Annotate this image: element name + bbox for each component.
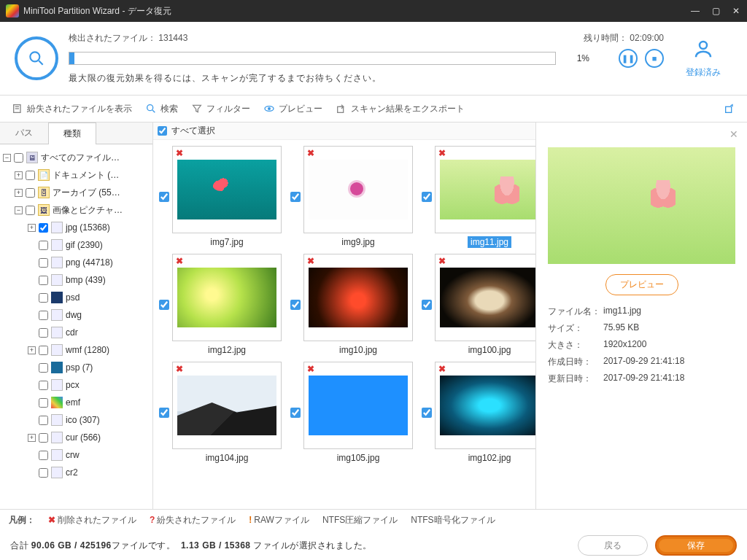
thumb-checkbox[interactable] [290, 300, 301, 310]
thumbnail-caption: img10.jpg [336, 344, 380, 356]
thumbnail[interactable]: ✖ [435, 362, 535, 449]
expander-icon[interactable]: − [3, 154, 11, 162]
thumbnail[interactable]: ✖ [435, 254, 535, 341]
filter-button[interactable]: フィルター [191, 103, 250, 115]
tree-checkbox[interactable] [39, 381, 48, 390]
thumbnail-caption: img104.jpg [203, 452, 252, 464]
thumb-checkbox[interactable] [290, 408, 301, 418]
thumbnail[interactable]: ✖ [303, 146, 413, 233]
thumbnail[interactable]: ✖ [303, 254, 413, 341]
tree-checkbox[interactable] [14, 153, 23, 163]
expander-icon[interactable]: + [15, 171, 23, 179]
footer-summary: 合計 90.06 GB / 425196ファイルです。 1.13 GB / 15… [10, 540, 570, 552]
tree-checkbox[interactable] [39, 363, 48, 373]
tree-checkbox[interactable] [39, 346, 48, 355]
thumb-checkbox[interactable] [422, 300, 432, 310]
thumbnail-cell[interactable]: ✖img100.jpg [422, 254, 535, 356]
thumbnail[interactable]: ✖ [303, 362, 413, 449]
tree-checkbox[interactable] [39, 311, 48, 320]
account-badge[interactable]: 登録済み [674, 38, 732, 79]
back-button[interactable]: 戻る [578, 535, 648, 556]
tree-label: 画像とピクチャ… [53, 204, 123, 217]
filetype-icon [51, 327, 63, 338]
tree-checkbox[interactable] [39, 451, 48, 460]
tree-checkbox[interactable] [39, 223, 48, 233]
thumb-checkbox[interactable] [422, 408, 432, 418]
tree-checkbox[interactable] [26, 206, 35, 215]
thumb-checkbox[interactable] [290, 192, 301, 202]
thumbnail-image [177, 268, 276, 327]
export-button[interactable]: スキャン結果をエクスポート [336, 103, 465, 115]
preview-button[interactable]: プレビュー [263, 103, 322, 115]
save-button[interactable]: 保存 [655, 535, 737, 556]
deleted-icon: ✖ [176, 256, 183, 266]
expander-icon[interactable]: + [15, 189, 23, 197]
thumbnail[interactable]: ✖ [172, 362, 282, 449]
thumb-checkbox[interactable] [159, 192, 169, 202]
tree-checkbox[interactable] [26, 171, 35, 180]
deleted-icon: ✖ [176, 148, 183, 158]
tree-checkbox[interactable] [39, 468, 48, 478]
status-strip: 検出されたファイル： 131443 残り時間： 02:09:00 1% ❚❚ ■… [0, 22, 747, 95]
tree-checkbox[interactable] [39, 416, 48, 425]
thumbnail-cell[interactable]: ✖img9.jpg [290, 146, 413, 248]
file-tree[interactable]: − 🖥 すべてのファイル… + 📄 ドキュメント (… + 🗄 アーカイブ (5… [0, 144, 152, 509]
meta-created: 2017-09-29 21:41:18 [603, 356, 735, 368]
tree-checkbox[interactable] [39, 276, 48, 285]
select-all-checkbox[interactable] [158, 126, 167, 136]
show-lost-button[interactable]: 紛失されたファイルを表示 [12, 103, 132, 115]
search-button[interactable]: 検索 [145, 103, 178, 115]
expander-icon[interactable]: + [28, 434, 36, 442]
thumbnail-image [309, 376, 408, 435]
tab-type[interactable]: 種類 [48, 122, 96, 144]
tree-label: crw [66, 450, 80, 460]
tree-checkbox[interactable] [39, 258, 48, 268]
svg-rect-11 [726, 106, 732, 112]
preview-open-button[interactable]: プレビュー [605, 274, 678, 295]
tree-checkbox[interactable] [39, 398, 48, 408]
pause-button[interactable]: ❚❚ [619, 49, 638, 68]
tree-checkbox[interactable] [39, 293, 48, 303]
thumbnail-cell[interactable]: ✖img12.jpg [159, 254, 282, 356]
deleted-icon: ✖ [438, 256, 446, 266]
thumb-checkbox[interactable] [422, 192, 432, 202]
tree-checkbox[interactable] [39, 328, 48, 338]
thumbnail-caption: img11.jpg [468, 236, 511, 248]
close-preview-button[interactable]: ✕ [729, 128, 738, 140]
thumbnail-cell[interactable]: ✖img7.jpg [159, 146, 282, 248]
thumbnail-cell[interactable]: ✖img10.jpg [290, 254, 413, 356]
svg-line-1 [39, 61, 42, 64]
stop-button[interactable]: ■ [645, 49, 664, 68]
filetype-icon [51, 397, 63, 408]
thumb-checkbox[interactable] [159, 300, 169, 310]
close-button[interactable]: ✕ [731, 6, 741, 16]
thumbnail-cell[interactable]: ✖img102.jpg [422, 362, 535, 464]
thumbnail[interactable]: ✖ [172, 254, 282, 341]
svg-point-9 [268, 108, 271, 110]
thumb-checkbox[interactable] [159, 408, 169, 418]
maximize-button[interactable]: ▢ [711, 6, 721, 16]
filetype-icon [51, 467, 63, 478]
thumbnail-cell[interactable]: ✖img105.jpg [290, 362, 413, 464]
share-button[interactable] [724, 103, 735, 114]
person-icon [674, 38, 732, 65]
expander-icon[interactable]: + [28, 224, 36, 232]
thumbnail-grid[interactable]: ✖img7.jpg✖img9.jpg✖img11.jpg✖img12.jpg✖i… [153, 140, 535, 509]
expander-icon[interactable]: + [28, 346, 36, 354]
tree-checkbox[interactable] [39, 433, 48, 443]
filetype-icon [51, 222, 63, 233]
account-label: 登録済み [674, 66, 732, 79]
tab-path[interactable]: パス [0, 122, 48, 144]
tree-checkbox[interactable] [26, 188, 35, 198]
thumbnail[interactable]: ✖ [172, 146, 282, 233]
expander-icon[interactable]: − [15, 206, 23, 214]
thumbnail-cell[interactable]: ✖img104.jpg [159, 362, 282, 464]
minimize-button[interactable]: — [690, 6, 700, 16]
tree-root-label: すべてのファイル… [41, 152, 120, 164]
tree-checkbox[interactable] [39, 241, 48, 250]
tree-label: wmf (1280) [66, 345, 109, 355]
tree-label: ドキュメント (… [53, 169, 119, 182]
thumbnail-cell[interactable]: ✖img11.jpg [422, 146, 535, 248]
thumbnail[interactable]: ✖ [435, 146, 535, 233]
tree-label: ico (307) [66, 415, 100, 425]
